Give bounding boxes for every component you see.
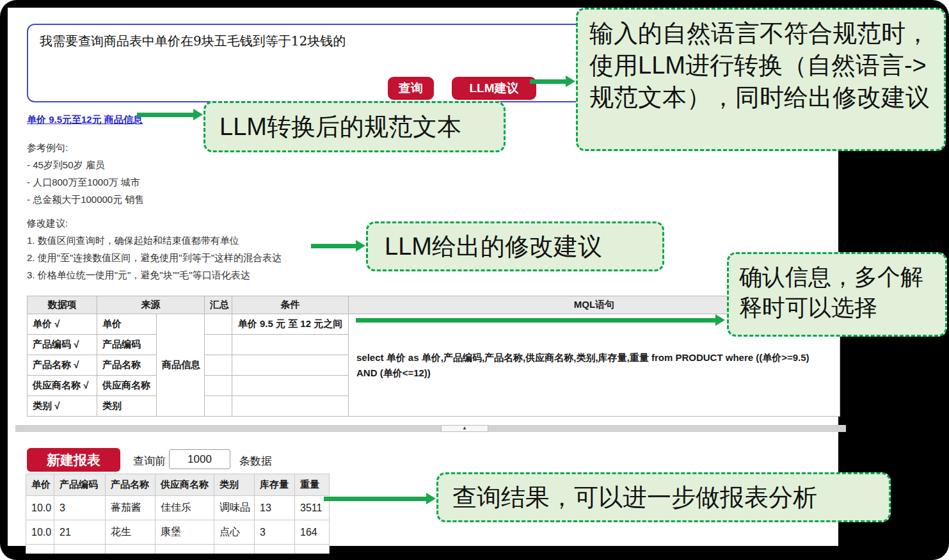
source-field-cell: 产品编码	[97, 335, 157, 355]
data-item-cell[interactable]: 类别 √	[28, 396, 97, 417]
arrow-results-to-callout	[324, 497, 426, 501]
row-limit-input[interactable]	[169, 449, 230, 469]
source-table-cell: 商品信息	[157, 314, 205, 417]
column-header: 条件	[232, 296, 349, 314]
cell: 蕃茄酱	[106, 496, 156, 520]
cell: 佳佳乐	[156, 496, 214, 520]
cell: 13	[255, 496, 295, 520]
cell: 164	[295, 520, 330, 545]
cell	[156, 545, 214, 554]
limit-prefix-label: 查询前	[133, 454, 166, 468]
cell: 10.0	[26, 496, 54, 520]
limit-suffix-label: 条数据	[239, 454, 272, 468]
condition-cell[interactable]	[232, 355, 349, 376]
cell	[26, 545, 54, 554]
source-field-cell: 产品名称	[97, 355, 157, 376]
table-row: 10.0 21 花生 康堡 点心 3 164	[26, 520, 330, 545]
data-item-cell[interactable]: 产品名称 √	[28, 355, 97, 376]
suggestion-item: 1. 数值区间查询时，确保起始和结束值都带有单位	[27, 235, 239, 247]
cell: 3	[54, 496, 106, 520]
condition-cell[interactable]: 单价 9.5 元 至 12 元之间	[232, 314, 349, 335]
new-report-button[interactable]: 新建报表	[27, 448, 120, 472]
arrow-llmbutton-to-convert-callout	[530, 79, 566, 84]
condition-cell[interactable]	[232, 376, 349, 396]
arrow-condition-to-confirm-callout	[356, 318, 715, 323]
column-header: 数据项	[28, 296, 97, 314]
column-header: 产品编码	[54, 474, 106, 496]
condition-cell[interactable]	[232, 396, 349, 417]
source-field-cell: 类别	[97, 396, 157, 417]
aggregate-cell	[205, 396, 232, 417]
column-header: 产品名称	[106, 474, 156, 496]
cell: 点心	[214, 520, 255, 545]
example-item: - 人口800万至1000万 城市	[27, 177, 140, 189]
annotation-normalized-text: LLM转换后的规范文本	[203, 101, 506, 152]
llm-suggestion-button[interactable]: LLM建议	[452, 77, 536, 100]
schema-header-row: 数据项 来源 汇总 条件 MQL语句	[28, 296, 840, 314]
column-header: 来源	[97, 296, 205, 314]
column-header: 汇总	[205, 296, 232, 314]
splitter-collapse-button[interactable]: ▲	[441, 425, 488, 432]
data-item-cell[interactable]: 单价 √	[28, 314, 97, 335]
suggestions-title: 修改建议:	[27, 218, 68, 230]
panel-splitter[interactable]: ▲	[15, 425, 846, 432]
cell	[106, 545, 156, 554]
annotation-confirm-info: 确认信息，多个解释时可以选择	[727, 252, 947, 337]
examples-title: 参考例句:	[27, 142, 68, 154]
cell: 3	[255, 520, 295, 545]
cell	[214, 545, 255, 554]
data-item-cell[interactable]: 供应商名称 √	[28, 376, 97, 396]
query-result-area: 单价 产品编码 产品名称 供应商名称 类别 库存量 重量 10.0 3 蕃茄酱 …	[26, 474, 331, 554]
column-header: 供应商名称	[156, 474, 214, 496]
example-item: - 总金额大于100000元 销售	[27, 194, 144, 206]
annotation-query-result: 查询结果，可以进一步做报表分析	[436, 472, 891, 522]
column-header: 类别	[214, 474, 255, 496]
suggestion-item: 3. 价格单位统一使用"元"，避免"块""毛"等口语化表达	[27, 269, 250, 282]
normalized-query-link[interactable]: 单价 9.5元至12元 商品信息	[27, 114, 143, 126]
cell	[295, 545, 330, 554]
cell: 10.0	[26, 520, 54, 545]
source-field-cell: 供应商名称	[97, 376, 157, 396]
source-field-cell: 单价	[97, 314, 157, 335]
cell: 康堡	[156, 520, 214, 545]
annotation-llm-convert: 输入的自然语言不符合规范时，使用LLM进行转换（自然语言->规范文本），同时给出…	[576, 8, 946, 151]
aggregate-cell	[205, 376, 232, 396]
example-item: - 45岁到50岁 雇员	[27, 159, 105, 172]
column-header: 库存量	[255, 474, 295, 496]
data-item-cell[interactable]: 产品编码 √	[28, 335, 97, 355]
cell	[255, 545, 295, 554]
column-header: 单价	[26, 474, 54, 496]
query-result-table: 单价 产品编码 产品名称 供应商名称 类别 库存量 重量 10.0 3 蕃茄酱 …	[26, 474, 330, 554]
cell: 花生	[106, 520, 156, 545]
aggregate-cell	[205, 355, 232, 376]
cell: 调味品	[214, 496, 255, 520]
aggregate-cell	[205, 335, 232, 355]
suggestion-item: 2. 使用"至"连接数值区间，避免使用"到等于"这样的混合表达	[27, 252, 282, 264]
column-header: 重量	[295, 474, 330, 496]
annotation-llm-suggestion: LLM给出的修改建议	[366, 221, 664, 271]
condition-cell[interactable]	[232, 335, 349, 355]
query-button[interactable]: 查询	[388, 77, 434, 100]
cell: 21	[54, 520, 106, 545]
chevron-up-icon: ▲	[462, 425, 467, 431]
result-header-row: 单价 产品编码 产品名称 供应商名称 类别 库存量 重量	[26, 474, 330, 496]
arrow-link-to-normalized-callout	[137, 113, 193, 117]
cell	[54, 545, 106, 554]
aggregate-cell	[205, 314, 232, 335]
table-row	[26, 545, 330, 554]
table-row: 10.0 3 蕃茄酱 佳佳乐 调味品 13 3511	[26, 496, 330, 520]
arrow-suggestions-to-callout	[311, 244, 356, 248]
